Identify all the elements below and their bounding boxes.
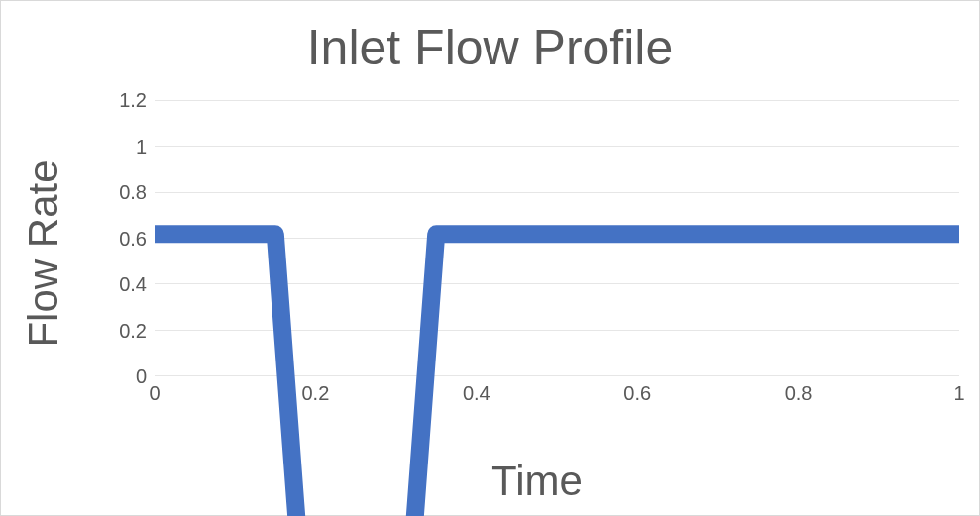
y-tick-label: 0.4: [115, 273, 147, 296]
y-tick-label: 0: [115, 365, 147, 388]
x-tick-label: 0.6: [623, 382, 651, 405]
series-line: [155, 234, 959, 516]
chart-title: Inlet Flow Profile: [1, 19, 979, 76]
plot-area: [155, 100, 959, 376]
y-tick-label: 0.8: [115, 181, 147, 204]
y-tick-label: 0.2: [115, 319, 147, 342]
x-tick-label: 0.8: [785, 382, 813, 405]
chart-container: Inlet Flow Profile Flow Rate Time 00.20.…: [0, 0, 980, 516]
y-axis-ticks: 00.20.40.60.811.2: [115, 100, 151, 376]
y-axis-label: Flow Rate: [9, 100, 78, 406]
x-axis-ticks: 00.20.40.60.81: [155, 378, 959, 406]
x-tick-label: 1: [953, 382, 964, 405]
y-tick-label: 0.6: [115, 227, 147, 250]
y-tick-label: 1: [115, 135, 147, 157]
x-tick-label: 0.2: [301, 382, 329, 405]
y-tick-label: 1.2: [115, 89, 147, 112]
y-axis-label-text: Flow Rate: [20, 159, 67, 347]
plot-wrapper: 00.20.40.60.811.2 00.20.40.60.81: [115, 100, 959, 406]
x-tick-label: 0: [149, 382, 160, 405]
x-tick-label: 0.4: [463, 382, 490, 405]
data-series: [155, 100, 959, 516]
